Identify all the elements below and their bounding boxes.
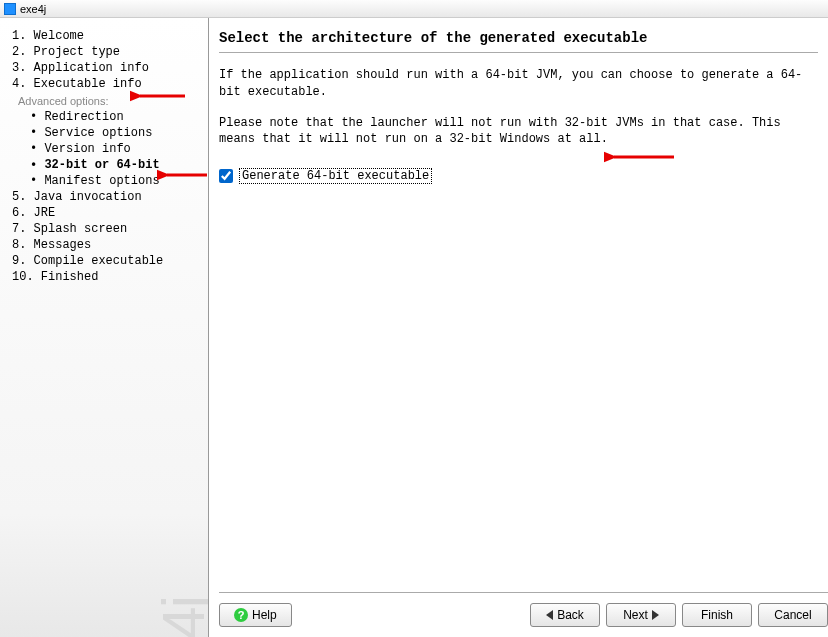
content: 1. Welcome 2. Project type 3. Applicatio… [0,18,828,637]
nav-messages[interactable]: 8. Messages [12,237,202,253]
nav-project-type[interactable]: 2. Project type [12,44,202,60]
generate-64bit-checkbox[interactable] [219,169,233,183]
nav-manifest-options[interactable]: • Manifest options [12,173,202,189]
next-button[interactable]: Next [606,603,676,627]
nav-executable-info[interactable]: 4. Executable info [12,76,202,92]
help-button[interactable]: ? Help [219,603,292,627]
nav-splash-screen[interactable]: 7. Splash screen [12,221,202,237]
nav-32-64-bit[interactable]: • 32-bit or 64-bit [12,157,202,173]
nav-application-info[interactable]: 3. Application info [12,60,202,76]
app-icon [4,3,16,15]
arrow-left-icon [546,610,553,620]
nav-redirection[interactable]: • Redirection [12,109,202,125]
window-title: exe4j [20,3,46,15]
nav-buttons: Back Next Finish Cancel [530,603,828,627]
annotation-arrow-3 [604,147,679,167]
sidebar: 1. Welcome 2. Project type 3. Applicatio… [0,18,209,637]
nav-welcome[interactable]: 1. Welcome [12,28,202,44]
nav-finished[interactable]: 10. Finished [12,269,202,285]
nav-java-invocation[interactable]: 5. Java invocation [12,189,202,205]
checkbox-row: Generate 64-bit executable [219,168,818,184]
page-heading: Select the architecture of the generated… [219,30,818,53]
arrow-right-icon [652,610,659,620]
nav-jre[interactable]: 6. JRE [12,205,202,221]
back-button[interactable]: Back [530,603,600,627]
advanced-options-header: Advanced options: [12,92,202,109]
button-bar: ? Help Back Next Finish Cancel [219,592,828,627]
description-2: Please note that the launcher will not r… [219,115,818,149]
finish-button[interactable]: Finish [682,603,752,627]
main-panel: Select the architecture of the generated… [209,18,828,637]
nav-service-options[interactable]: • Service options [12,125,202,141]
description-1: If the application should run with a 64-… [219,67,818,101]
window: exe4j 1. Welcome 2. Project type 3. Appl… [0,0,828,637]
watermark: exe4j [149,597,209,637]
cancel-button[interactable]: Cancel [758,603,828,627]
help-icon: ? [234,608,248,622]
nav-version-info[interactable]: • Version info [12,141,202,157]
generate-64bit-label[interactable]: Generate 64-bit executable [239,168,432,184]
nav-compile-executable[interactable]: 9. Compile executable [12,253,202,269]
titlebar: exe4j [0,0,828,18]
